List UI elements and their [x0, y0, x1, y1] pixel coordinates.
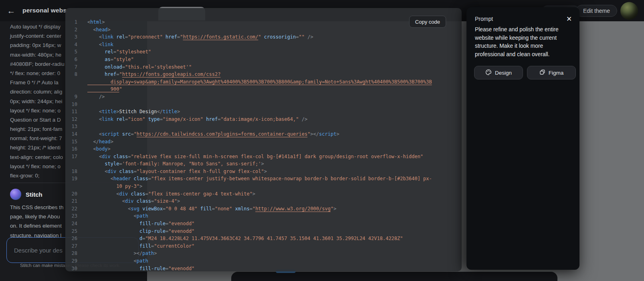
text-line: website while keeping the current [475, 34, 573, 43]
code-line: 22 <svg viewBox="0 0 48 48" fill="none" … [65, 205, 462, 213]
line-number: 27 [65, 242, 77, 250]
project-title: personal webs [22, 7, 67, 14]
text-line: max-width: 480px; he [10, 50, 65, 59]
code-line: 14 <script src="https://cdn.tailwindcss.… [65, 130, 462, 138]
line-number: 12 [65, 116, 77, 123]
code-line: 1<html> [65, 18, 462, 26]
line-number [65, 160, 77, 168]
line-number: 15 [65, 138, 77, 146]
code-line: 28 ></path> [65, 250, 462, 257]
code-rows: 1<html>2 <head>3 <link rel="preconnect" … [65, 18, 462, 271]
line-number [65, 86, 77, 93]
user-avatar[interactable] [620, 2, 638, 20]
code-line: 20 <div class="flex items-center gap-4 t… [65, 190, 462, 198]
code-line: 26 d="M24 18.4228L42 11.475V34.3663C42 3… [65, 235, 462, 242]
line-number: 29 [65, 257, 77, 265]
line-number [65, 78, 77, 86]
line-number: 25 [65, 228, 77, 235]
code-line: 23 <path [65, 212, 462, 220]
line-number: 3 [65, 33, 77, 41]
code-line: 8 href="https://fonts.googleapis.com/css… [65, 71, 462, 78]
text-line: justify-content: center [10, 31, 65, 41]
assistant-lines: This CSS describes thpage, likely the Ab… [10, 203, 64, 240]
text-line: */ flex: none; order: 0 [10, 69, 65, 78]
prompt-title: Prompt [475, 16, 493, 22]
line-number: 11 [65, 108, 77, 116]
code-line: 25 clip-rule="evenodd" [65, 228, 462, 235]
text-line: Please refine and polish the entire [475, 26, 573, 34]
assistant-row: Stitch [10, 189, 42, 200]
code-line: display=swap&amp;family=Manrope%3Awght%4… [65, 78, 462, 86]
code-line: 10 [65, 101, 462, 108]
line-number: 10 [65, 101, 77, 108]
line-number: 19 [65, 175, 77, 183]
text-line: 0px; width: 244px; hei [10, 97, 65, 106]
code-line: 27 fill="currentColor" [65, 242, 462, 250]
code-line: 4 <link [65, 41, 462, 49]
prompt-actions: Design Figma [474, 66, 576, 79]
line-number: 8 [65, 71, 77, 78]
line-number: 17 [65, 153, 77, 161]
text-line: height: 21px; font-fam [10, 124, 65, 134]
line-number: 24 [65, 220, 77, 228]
line-number: 22 [65, 205, 77, 213]
text-line: Auto layout */ display [10, 22, 65, 31]
figma-icon [539, 69, 545, 76]
line-number: 26 [65, 235, 77, 242]
code-line: 6 as="style" [65, 56, 462, 63]
palette-icon [485, 69, 492, 77]
figma-label: Figma [549, 70, 564, 76]
line-number: 5 [65, 48, 77, 56]
line-number: 2 [65, 26, 77, 34]
text-line: layout */ flex: none; o [10, 106, 65, 115]
prompt-body: Please refine and polish the entirewebsi… [475, 26, 573, 59]
line-number: 4 [65, 41, 77, 49]
text-line: page, likely the Abou [10, 212, 64, 221]
edit-theme-button[interactable]: Edit theme [576, 5, 617, 17]
code-line: 18 <div class="layout-container flex h-f… [65, 168, 462, 175]
copy-code-label: Copy code [415, 19, 440, 25]
code-line: 15 </head> [65, 138, 462, 146]
line-number: 23 [65, 212, 77, 220]
code-viewer-panel: Copy code 1<html>2 <head>3 <link rel="pr… [65, 8, 462, 271]
code-line: 13 [65, 123, 462, 130]
text-line: layout */ flex: none; o [10, 162, 65, 171]
line-number [65, 183, 77, 190]
text-line: padding: 0px 16px; w [10, 41, 65, 50]
text-line: Frame 0 */ /* Auto la [10, 78, 65, 87]
text-line: Question or Start a D [10, 115, 65, 124]
line-number: 9 [65, 93, 77, 101]
text-line: flex-grow: 0; [10, 171, 65, 180]
line-number: 28 [65, 250, 77, 257]
code-line: 5 rel="stylesheet" [65, 48, 462, 56]
code-line: 21 <div class="size-4"> [65, 198, 462, 205]
figma-button[interactable]: Figma [527, 66, 576, 79]
design-label: Design [495, 70, 512, 76]
prompt-popover: Prompt ✕ Please refine and polish the en… [466, 7, 579, 270]
edit-theme-label: Edit theme [583, 8, 610, 14]
code-line: 29 <path [65, 257, 462, 265]
line-number: 14 [65, 130, 77, 138]
code-line: 16 <body> [65, 145, 462, 153]
text-line: direction: column; alig [10, 87, 65, 96]
text-line: This CSS describes th [10, 203, 64, 212]
line-number: 7 [65, 63, 77, 71]
copy-code-button[interactable]: Copy code [409, 16, 446, 28]
line-number: 20 [65, 190, 77, 198]
code-line: 2 <head> [65, 26, 462, 34]
design-button[interactable]: Design [474, 66, 523, 79]
back-arrow-icon[interactable]: ← [6, 5, 17, 16]
line-number: 1 [65, 18, 77, 26]
close-icon[interactable]: ✕ [564, 14, 574, 24]
code-line: 17 <div class="relative flex size-full m… [65, 153, 462, 161]
text-line: #4080BF; border-radiu [10, 59, 65, 69]
code-line: 11 <title>Stitch Design</title> [65, 108, 462, 116]
assistant-name: Stitch [26, 191, 42, 198]
code-line: 10 py-3"> [65, 183, 462, 190]
line-number: 18 [65, 168, 77, 175]
code-line: 9 /> [65, 93, 462, 101]
line-number: 13 [65, 123, 77, 130]
line-number: 16 [65, 145, 77, 153]
text-line: professional and clean overall. [475, 51, 573, 59]
text-line: structure. Make it look more [475, 42, 573, 51]
